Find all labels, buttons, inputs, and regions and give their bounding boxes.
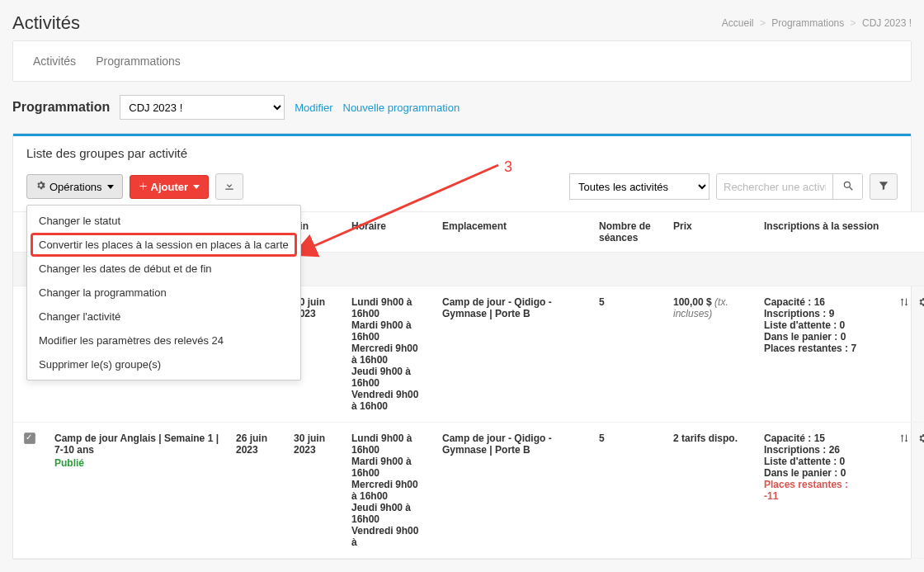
svg-line-2 bbox=[849, 187, 852, 190]
cell-name: Camp de jour Anglais | Semaine 1 | 7-10 … bbox=[46, 423, 228, 559]
operations-label: Opérations bbox=[50, 181, 102, 193]
row-checkbox[interactable] bbox=[24, 433, 35, 444]
plus-icon bbox=[139, 181, 148, 193]
tab-bar: Activités Programmations bbox=[12, 40, 912, 82]
cell-debut: 26 juin 2023 bbox=[228, 423, 285, 559]
cell-prix: 100,00 $ (tx. incluses) bbox=[665, 286, 756, 423]
add-button[interactable]: Ajouter bbox=[130, 175, 210, 199]
cell-seances: 5 bbox=[591, 423, 665, 559]
cell-horaire: Lundi 9h00 à 16h00 Mardi 9h00 à 16h00 Me… bbox=[343, 423, 434, 559]
cell-prix: 2 tarifs dispo. bbox=[665, 423, 756, 559]
th-horaire[interactable]: Horaire bbox=[343, 212, 434, 253]
op-change-programmation[interactable]: Changer la programmation bbox=[27, 281, 300, 305]
row-settings-button[interactable] bbox=[917, 299, 924, 310]
operations-menu: Changer le statut Convertir les places à… bbox=[26, 205, 301, 381]
svg-point-1 bbox=[844, 182, 850, 187]
add-label: Ajouter bbox=[151, 181, 189, 193]
cell-emplacement: Camp de jour - Qidigo - Gymnase | Porte … bbox=[434, 423, 591, 559]
op-convert-places[interactable]: Convertir les places à la session en pla… bbox=[27, 233, 300, 257]
tab-programmations[interactable]: Programmations bbox=[86, 41, 191, 81]
cell-horaire: Lundi 9h00 à 16h00 Mardi 9h00 à 16h00 Me… bbox=[343, 286, 434, 423]
th-emplacement[interactable]: Emplacement bbox=[434, 212, 591, 253]
th-seances[interactable]: Nombre de séances bbox=[591, 212, 665, 253]
reorder-button[interactable] bbox=[899, 299, 912, 310]
breadcrumb: Accueil > Programmations > CDJ 2023 ! bbox=[722, 17, 912, 29]
caret-down-icon bbox=[107, 185, 114, 189]
new-programmation-link[interactable]: Nouvelle programmation bbox=[343, 102, 460, 114]
search-icon bbox=[842, 180, 854, 194]
gear-icon bbox=[35, 180, 46, 193]
breadcrumb-programmations[interactable]: Programmations bbox=[771, 17, 844, 29]
download-button[interactable] bbox=[215, 173, 243, 200]
filter-button[interactable] bbox=[870, 173, 898, 200]
operations-button[interactable]: Opérations bbox=[26, 174, 123, 199]
row-settings-button[interactable] bbox=[917, 435, 924, 447]
th-inscriptions[interactable]: Inscriptions à la session bbox=[756, 212, 888, 253]
programmation-label: Programmation bbox=[12, 100, 110, 115]
reorder-button[interactable] bbox=[899, 435, 912, 447]
op-modify-releve24[interactable]: Modifier les paramètres des relevés 24 bbox=[27, 329, 300, 352]
funnel-icon bbox=[878, 180, 889, 194]
op-change-activity[interactable]: Changer l'activité bbox=[27, 305, 300, 329]
th-prix[interactable]: Prix bbox=[665, 212, 756, 253]
table-row: Camp de jour Anglais | Semaine 1 | 7-10 … bbox=[13, 423, 924, 559]
activity-filter-select[interactable]: Toutes les activités bbox=[569, 173, 710, 200]
panel-title: Liste des groupes par activité bbox=[13, 136, 911, 168]
breadcrumb-current: CDJ 2023 ! bbox=[862, 17, 912, 29]
search-box bbox=[716, 173, 863, 200]
cell-inscriptions: Capacité : 15 Inscriptions : 26 Liste d'… bbox=[756, 423, 888, 559]
tab-activities[interactable]: Activités bbox=[23, 41, 86, 81]
search-input[interactable] bbox=[717, 174, 832, 199]
status-badge: Publié bbox=[54, 457, 219, 469]
op-delete-groups[interactable]: Supprimer le(s) groupe(s) bbox=[27, 352, 300, 376]
search-button[interactable] bbox=[832, 174, 862, 199]
op-change-status[interactable]: Changer le statut bbox=[27, 209, 300, 233]
breadcrumb-home[interactable]: Accueil bbox=[722, 17, 754, 29]
modify-link[interactable]: Modifier bbox=[295, 102, 332, 114]
cell-fin: 30 juin 2023 bbox=[285, 423, 343, 559]
cell-seances: 5 bbox=[591, 286, 665, 423]
download-icon bbox=[224, 180, 235, 194]
cell-emplacement: Camp de jour - Qidigo - Gymnase | Porte … bbox=[434, 286, 591, 423]
page-title: Activités bbox=[12, 12, 80, 34]
programmation-select[interactable]: CDJ 2023 ! bbox=[120, 95, 285, 120]
cell-inscriptions: Capacité : 16 Inscriptions : 9 Liste d'a… bbox=[756, 286, 888, 423]
caret-down-icon bbox=[193, 185, 200, 189]
op-change-dates[interactable]: Changer les dates de début et de fin bbox=[27, 257, 300, 281]
